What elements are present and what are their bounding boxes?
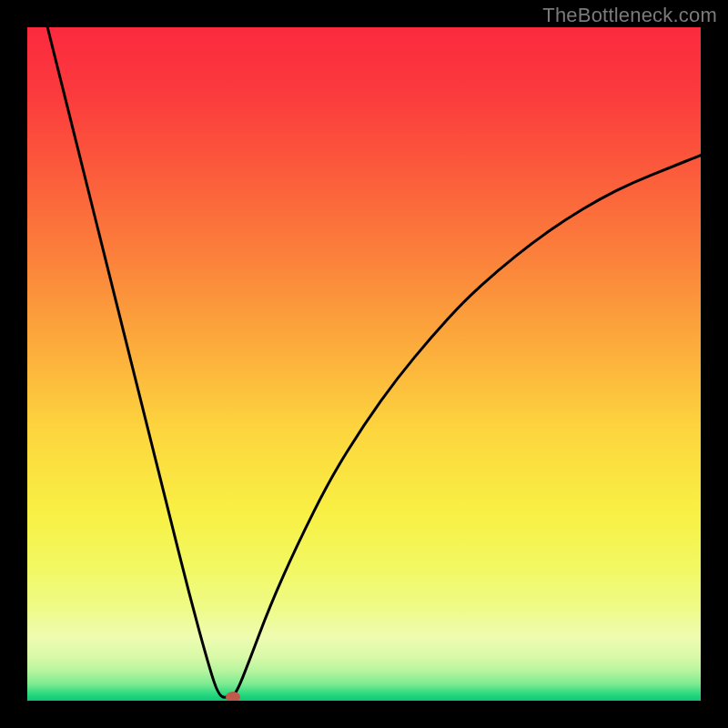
chart-frame: TheBottleneck.com <box>0 0 728 728</box>
plot-area <box>27 27 701 701</box>
attribution-text: TheBottleneck.com <box>542 4 717 27</box>
minimum-marker <box>226 692 240 701</box>
bottleneck-curve <box>27 27 701 701</box>
